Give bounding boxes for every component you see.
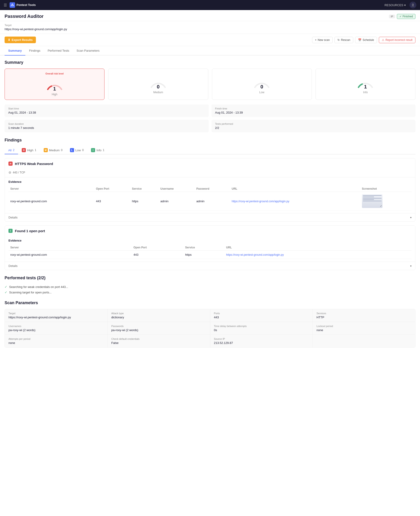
scan-duration-label: Scan duration: [8, 123, 205, 125]
finding-1-details-toggle[interactable]: Details ▾: [5, 213, 415, 221]
target-url: https://roxy-wi.pentest-ground.com/app/l…: [5, 27, 415, 31]
tab-findings[interactable]: Findings: [25, 46, 44, 56]
warning-icon: ⚠: [382, 38, 384, 42]
finding-2-url-link[interactable]: https://roxy-wi.pentest-ground.com/app/l…: [226, 253, 284, 256]
param-passwords: Passwords pa-roxy-wi (2 words): [107, 322, 210, 335]
filter-tab-medium[interactable]: M Medium 0: [40, 146, 66, 155]
summary-title: Summary: [5, 60, 415, 65]
plus-icon: +: [315, 38, 317, 42]
filter-tab-all[interactable]: All 2: [5, 147, 18, 154]
gauge-medium: 0 Medium: [108, 69, 208, 100]
col2-url: URL: [224, 244, 412, 251]
finding-1-title: HTTPS Weak Password: [15, 162, 53, 166]
new-scan-button[interactable]: + New scan: [312, 37, 333, 43]
param-attempts-value: none: [8, 341, 104, 345]
findings-section: Findings All 2 H High 1 M Medium 0: [5, 138, 415, 270]
logo: Pentest Tools: [10, 2, 36, 8]
cell2-server: roxy-wi.pentest-ground.com: [8, 251, 132, 259]
evidence-1-table: Server Open Port Service Username Passwo…: [8, 186, 412, 210]
col-url: URL: [230, 186, 360, 192]
findings-title: Findings: [5, 138, 415, 143]
param-time-delay: Time delay between attempts 0s: [210, 322, 313, 335]
finding-card-1: H HTTPS Weak Password ⚙ 443 / TCP Eviden…: [5, 158, 415, 222]
table-row: roxy-wi.pentest-ground.com 443 https adm…: [8, 192, 412, 210]
high-count: 1: [35, 148, 36, 152]
finding-2-details-toggle[interactable]: Details ▾: [5, 262, 415, 270]
performed-tests-title: Performed tests (2/2): [5, 276, 415, 280]
performed-item-1-label: Searching for weak credentials on port 4…: [9, 285, 68, 289]
col-server: Server: [8, 186, 94, 192]
medium-label: Medium: [49, 148, 60, 152]
gauge-low-sublabel: Low: [259, 91, 264, 94]
port-icon: ⚙: [8, 171, 11, 174]
param-attack-value: dictionary: [111, 316, 206, 319]
param-ports-label: Ports: [214, 312, 309, 315]
param-default-creds-label: Check default credentials: [111, 338, 206, 340]
finding-2-title: Found 1 open port: [15, 229, 45, 233]
param-ports-value: 443: [214, 316, 309, 319]
param-passwords-value: pa-roxy-wi (2 words): [111, 328, 206, 332]
param-attack-label: Attack type: [111, 312, 206, 315]
target-section: Target https://roxy-wi.pentest-ground.co…: [0, 21, 420, 34]
chevron-down-icon: ▾: [410, 216, 412, 219]
check-icon: ✓: [399, 15, 402, 18]
hamburger-icon[interactable]: ☰: [4, 3, 7, 7]
low-label: Low: [75, 148, 81, 152]
finding-1-url-link[interactable]: https://roxy-wi.pentest-ground.com/app/l…: [232, 200, 289, 203]
tab-performed-tests[interactable]: Performed Tests: [44, 46, 73, 56]
gauge-medium-number: 0: [157, 84, 160, 90]
tab-summary[interactable]: Summary: [5, 46, 25, 56]
preview-line-2: [363, 197, 374, 197]
gauge-high-number: 1: [53, 86, 56, 92]
col2-open-port: Open Port: [132, 244, 183, 251]
param-services-label: Services: [316, 312, 412, 315]
all-label: All: [8, 148, 11, 152]
performed-tests-section: Performed tests (2/2) ✓ Searching for we…: [5, 276, 415, 295]
all-count: 2: [13, 148, 15, 152]
target-label: Target: [5, 24, 415, 27]
param-empty: [313, 335, 415, 347]
schedule-button[interactable]: 📅 Schedule: [355, 37, 377, 43]
filter-tab-info[interactable]: I Info 1: [87, 146, 108, 155]
performed-item-2: ✓ Scanning target for open ports...: [5, 289, 415, 295]
evidence-2-title: Evidence: [8, 239, 412, 242]
report-button[interactable]: ⚠ Report incorrect result: [379, 37, 415, 43]
gauge-medium-sublabel: Medium: [153, 91, 163, 94]
finish-time-value: Aug 01, 2024 - 13:39: [215, 111, 412, 114]
filter-tab-high[interactable]: H High 1: [18, 146, 40, 155]
param-passwords-label: Passwords: [111, 325, 206, 327]
gauge-low-container: 0: [253, 75, 271, 90]
tests-performed-value: 2/2: [215, 126, 412, 130]
check-icon-1: ✓: [5, 285, 7, 289]
tab-scan-parameters[interactable]: Scan Parameters: [73, 46, 103, 56]
info-card-finish: Finish time Aug 01, 2024 - 13:39: [211, 104, 416, 117]
filter-tab-low[interactable]: L Low 0: [66, 146, 88, 155]
param-source-ip: Source IP 213.52.129.87: [210, 335, 313, 347]
chevron-down-icon-2: ▾: [410, 264, 412, 268]
resources-button[interactable]: RESOURCES ▾: [385, 3, 406, 7]
rescan-button[interactable]: ↻ Rescan: [335, 37, 353, 43]
cell-server: roxy-wi.pentest-ground.com: [8, 192, 94, 210]
evidence-2-table: Server Open Port Service URL roxy-wi.pen…: [8, 244, 412, 259]
medium-badge: M: [44, 148, 48, 152]
table-row: roxy-wi.pentest-ground.com 443 https htt…: [8, 251, 412, 259]
info-label: Info: [97, 148, 102, 152]
finding-2-severity: I: [8, 229, 13, 233]
cell-port: 443: [94, 192, 130, 210]
gauge-high-sublabel: High: [52, 93, 57, 96]
page-header-right: IP ✓ Finished: [389, 14, 415, 19]
finding-1-evidence: Evidence Server Open Port Service Userna…: [5, 177, 415, 213]
cell-password: admin: [195, 192, 230, 210]
download-icon: ⬇: [8, 38, 10, 42]
param-time-delay-value: 0s: [214, 328, 309, 332]
user-button[interactable]: [410, 2, 416, 8]
col-service: Service: [130, 186, 159, 192]
expand-icon[interactable]: ⤢: [380, 205, 382, 207]
param-lockout-label: Lockout period: [316, 325, 412, 327]
param-attempts: Attempts per period none: [5, 335, 107, 347]
param-usernames-value: pa-roxy-wi (2 words): [8, 328, 104, 332]
top-nav: ☰ Pentest Tools RESOURCES ▾: [0, 0, 420, 10]
screenshot-thumbnail: ⤢: [362, 194, 382, 208]
page-title: Password Auditor: [5, 14, 44, 19]
export-button[interactable]: ⬇ Export Results: [5, 37, 36, 43]
